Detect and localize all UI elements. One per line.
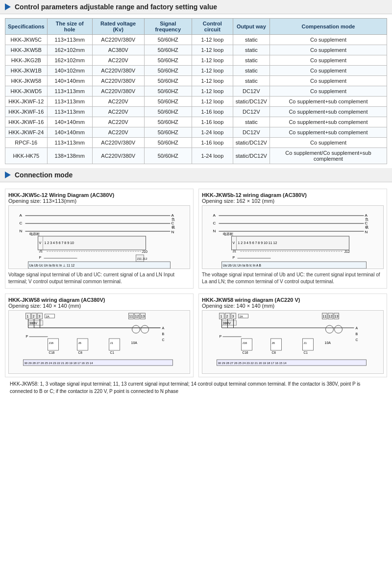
table-cell: Co supplement	[270, 55, 387, 66]
svg-text:10A: 10A	[325, 341, 331, 344]
wiring-item-4: HKK-JKW58 wiring diagram (AC220 V) Openi…	[198, 294, 387, 377]
section1-title: Control parameters adjustable range and …	[15, 3, 217, 11]
table-cell: Co supplement/Co supplement+sub compleme…	[270, 148, 387, 164]
table-cell: 50/60HZ	[144, 138, 192, 148]
svg-text:C: C	[162, 338, 165, 342]
table-cell: Co supplement+sub complement	[270, 127, 387, 138]
svg-text:J1: J1	[304, 342, 307, 344]
wiring-1-diagram: A C N A 负 C 载 N	[8, 205, 190, 269]
table-cell: 50/60HZ	[144, 76, 192, 86]
svg-text:11: 11	[323, 315, 327, 318]
svg-text:2: 2	[226, 315, 228, 318]
table-cell: Co supplement+sub complement	[270, 117, 387, 127]
svg-text:电容柜: 电容柜	[29, 232, 40, 236]
svg-text:J12: J12	[344, 250, 350, 253]
table-row: HKK-JKW58140×140mmAC220V/380V50/60HZ1-12…	[5, 76, 387, 86]
svg-text:C8: C8	[78, 351, 83, 354]
wiring-2-svg: A C N A 负 C 载 N V 1 2 3 4 5	[202, 206, 383, 269]
table-cell: HKK-JKWF-16	[5, 107, 48, 117]
table-cell: static	[233, 35, 270, 45]
table-cell: 140×102mm	[47, 66, 92, 76]
wiring-3-title: HKK-JKW58 wiring diagram (AC380V) Openin…	[8, 297, 190, 309]
table-row: HKK-JKWF-12113×113mmAC220V50/60HZ1-12 lo…	[5, 97, 387, 107]
wiring-4-title: HKK-JKW58 wiring diagram (AC220 V) Openi…	[202, 297, 384, 309]
table-cell: 113×113mm	[47, 97, 92, 107]
table-cell: 50/60HZ	[144, 117, 192, 127]
svg-text:A: A	[365, 213, 368, 218]
svg-text:11: 11	[129, 315, 133, 318]
svg-text:N: N	[213, 229, 216, 233]
svg-text:1: 1	[220, 315, 222, 318]
svg-text:Ua Ub Uc Un  Ia  Ib  Ic  In  ⊥: Ua Ub Uc Un Ia Ib Ic In ⊥ 11 12	[29, 264, 75, 267]
svg-text:Ua Ub Uc Un  Ia  Ib  Ic  In  A: Ua Ub Uc Un Ia Ib Ic In A B	[223, 264, 261, 267]
table-row: HKK-HK75138×138mmAC220V/380V50/60HZ1-24 …	[5, 148, 387, 164]
svg-text:C8: C8	[272, 351, 276, 354]
table-cell: HKK-JKWF-16	[5, 117, 48, 127]
svg-rect-80	[109, 339, 120, 350]
svg-text:N: N	[172, 230, 174, 234]
wiring-1-svg: A C N A 负 C 载 N	[9, 206, 190, 269]
svg-text:C: C	[20, 221, 23, 225]
table-cell: 1-12 loop	[192, 86, 233, 97]
table-cell: Co supplement+sub complement	[270, 107, 387, 117]
svg-text:C16: C16	[243, 351, 248, 354]
table-cell: Co supplement	[270, 86, 387, 97]
table-cell: 140×140mm	[47, 117, 92, 127]
section2-header: Connection mode	[0, 168, 392, 182]
table-cell: 50/60HZ	[144, 45, 192, 55]
table-cell: AC220V/380V	[92, 35, 144, 45]
svg-text:载: 载	[172, 225, 175, 229]
svg-text:12: 12	[329, 315, 333, 318]
wiring-1-title: HKK-JKW5c-12 Wiring Diagram (AC380V) Ope…	[8, 192, 190, 204]
svg-text:13: 13	[141, 315, 145, 318]
table-cell: Co supplement	[270, 35, 387, 45]
svg-text:A: A	[20, 213, 23, 218]
specs-table: SpecificationsThe size of holeRated volt…	[5, 18, 387, 164]
svg-text:A: A	[213, 213, 216, 218]
wiring-4-svg: 1 2 3 2A 380V A B	[202, 311, 383, 374]
table-cell: 113×113mm	[47, 86, 92, 97]
table-row: HKK-JKW5C113×113mmAC220V/380V50/60HZ1-12…	[5, 35, 387, 45]
svg-rect-115	[242, 339, 252, 350]
wiring-grid: HKK-JKW5c-12 Wiring Diagram (AC380V) Ope…	[5, 189, 387, 377]
table-cell: Co supplement+sub complement	[270, 97, 387, 107]
svg-text:C16: C16	[49, 351, 55, 354]
table-cell: 50/60HZ	[144, 35, 192, 45]
table-cell: 50/60HZ	[144, 66, 192, 76]
table-row: HKK-JKWF-16113×113mmAC220V50/60HZ1-16 lo…	[5, 107, 387, 117]
svg-text:2A: 2A	[46, 315, 49, 318]
wiring-2-diagram: A C N A 负 C 载 N V 1 2 3 4 5	[202, 205, 384, 269]
table-cell: 1-12 loop	[192, 45, 233, 55]
table-header-cell: Signal frequency	[144, 19, 192, 35]
table-cell: static/DC12V	[233, 148, 270, 164]
svg-text:3: 3	[39, 315, 41, 318]
table-row: HKK-JKWD5113×113mmAC220V/380V50/60HZ1-12…	[5, 86, 387, 97]
table-cell: 50/60HZ	[144, 107, 192, 117]
section1-header: Control parameters adjustable range and …	[0, 0, 392, 14]
table-cell: HKK-JKWD5	[5, 86, 48, 97]
table-row: RPCF-16113×113mmAC220V/380V50/60HZ1-16 l…	[5, 138, 387, 148]
svg-point-111	[326, 325, 334, 333]
wiring-item-2: HKK-JKW5b-12 wiring diagram (AC380V) Ope…	[198, 189, 387, 289]
wiring-1-desc: Voltage signal input terminal of Ub and …	[8, 271, 190, 285]
svg-text:1 2 3 4 5 6 7 8 9 10 11 12: 1 2 3 4 5 6 7 8 9 10 11 12	[238, 241, 277, 245]
table-header-cell: Compensation mode	[270, 19, 387, 35]
wiring-4-diagram: 1 2 3 2A 380V A B	[202, 310, 384, 374]
svg-text:C: C	[356, 338, 358, 342]
section1-arrow-icon	[5, 3, 11, 10]
table-cell: DC12V	[233, 86, 270, 97]
svg-rect-119	[303, 339, 314, 350]
table-cell: HKK-JKG2B	[5, 55, 48, 66]
table-cell: AC220V/380V	[92, 138, 144, 148]
svg-text:V: V	[39, 241, 42, 245]
table-cell: static/DC12V	[233, 138, 270, 148]
svg-text:2A: 2A	[240, 315, 243, 318]
svg-point-112	[335, 325, 343, 333]
svg-text:380V: 380V	[223, 321, 231, 325]
svg-text:C1: C1	[110, 351, 115, 354]
svg-text:A: A	[356, 326, 358, 330]
svg-text:J1: J1	[110, 342, 114, 344]
table-cell: AC220V/380V	[92, 76, 144, 86]
svg-text:V: V	[233, 241, 235, 245]
table-cell: static	[233, 55, 270, 66]
